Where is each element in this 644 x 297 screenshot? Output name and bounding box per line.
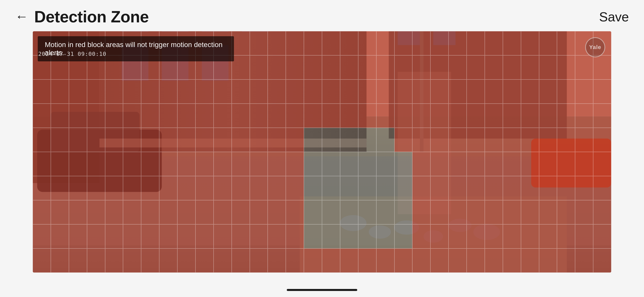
grid-cell[interactable] xyxy=(268,31,286,55)
grid-cell[interactable] xyxy=(51,79,69,104)
grid-cell[interactable] xyxy=(557,104,575,128)
grid-cell[interactable] xyxy=(250,55,268,79)
grid-cell[interactable] xyxy=(539,55,557,79)
grid-cell[interactable] xyxy=(394,248,413,273)
grid-cell[interactable] xyxy=(340,104,358,128)
grid-cell[interactable] xyxy=(430,176,449,200)
grid-cell[interactable] xyxy=(304,31,322,55)
grid-cell[interactable] xyxy=(394,176,413,200)
grid-cell[interactable] xyxy=(593,176,611,200)
grid-cell[interactable] xyxy=(340,200,358,224)
grid-cell[interactable] xyxy=(503,128,521,152)
grid-cell[interactable] xyxy=(69,224,87,248)
grid-cell[interactable] xyxy=(87,128,105,152)
detection-grid[interactable] xyxy=(33,31,611,273)
grid-cell[interactable] xyxy=(593,128,611,152)
grid-cell[interactable] xyxy=(593,79,611,104)
grid-cell[interactable] xyxy=(214,79,232,104)
grid-cell[interactable] xyxy=(503,200,521,224)
grid-cell[interactable] xyxy=(340,152,358,176)
grid-cell[interactable] xyxy=(322,79,340,104)
grid-cell[interactable] xyxy=(376,104,394,128)
grid-cell[interactable] xyxy=(394,200,413,224)
grid-cell[interactable] xyxy=(268,152,286,176)
grid-cell[interactable] xyxy=(322,248,340,273)
grid-cell[interactable] xyxy=(467,200,485,224)
grid-cell[interactable] xyxy=(33,224,51,248)
grid-cell[interactable] xyxy=(214,248,232,273)
grid-cell[interactable] xyxy=(521,104,539,128)
grid-cell[interactable] xyxy=(105,104,123,128)
grid-cell[interactable] xyxy=(105,79,123,104)
grid-cell[interactable] xyxy=(394,79,413,104)
grid-cell[interactable] xyxy=(195,248,214,273)
grid-cell[interactable] xyxy=(250,128,268,152)
grid-cell[interactable] xyxy=(105,128,123,152)
grid-cell[interactable] xyxy=(177,224,195,248)
grid-cell[interactable] xyxy=(593,248,611,273)
grid-cell[interactable] xyxy=(250,79,268,104)
grid-cell[interactable] xyxy=(69,248,87,273)
grid-cell[interactable] xyxy=(430,152,449,176)
grid-cell[interactable] xyxy=(87,224,105,248)
grid-cell[interactable] xyxy=(69,176,87,200)
grid-cell[interactable] xyxy=(412,128,430,152)
grid-cell[interactable] xyxy=(485,104,503,128)
grid-cell[interactable] xyxy=(503,224,521,248)
grid-cell[interactable] xyxy=(503,79,521,104)
grid-cell[interactable] xyxy=(286,31,304,55)
grid-cell[interactable] xyxy=(105,248,123,273)
grid-cell[interactable] xyxy=(195,152,214,176)
grid-cell[interactable] xyxy=(449,128,467,152)
grid-cell[interactable] xyxy=(412,248,430,273)
grid-cell[interactable] xyxy=(141,200,159,224)
grid-cell[interactable] xyxy=(412,200,430,224)
grid-cell[interactable] xyxy=(557,248,575,273)
grid-cell[interactable] xyxy=(521,152,539,176)
grid-cell[interactable] xyxy=(51,128,69,152)
grid-cell[interactable] xyxy=(177,152,195,176)
grid-cell[interactable] xyxy=(105,200,123,224)
grid-cell[interactable] xyxy=(322,128,340,152)
grid-cell[interactable] xyxy=(250,176,268,200)
grid-cell[interactable] xyxy=(467,31,485,55)
grid-cell[interactable] xyxy=(304,104,322,128)
grid-cell[interactable] xyxy=(539,200,557,224)
grid-cell[interactable] xyxy=(358,176,376,200)
grid-cell[interactable] xyxy=(521,31,539,55)
grid-cell[interactable] xyxy=(539,128,557,152)
grid-cell[interactable] xyxy=(430,200,449,224)
grid-cell[interactable] xyxy=(141,79,159,104)
grid-cell[interactable] xyxy=(33,104,51,128)
grid-cell[interactable] xyxy=(467,224,485,248)
grid-cell[interactable] xyxy=(412,104,430,128)
grid-cell[interactable] xyxy=(232,248,250,273)
grid-cell[interactable] xyxy=(340,248,358,273)
grid-cell[interactable] xyxy=(286,200,304,224)
grid-cell[interactable] xyxy=(159,224,177,248)
grid-cell[interactable] xyxy=(340,31,358,55)
grid-cell[interactable] xyxy=(340,55,358,79)
grid-cell[interactable] xyxy=(467,152,485,176)
grid-cell[interactable] xyxy=(304,128,322,152)
grid-cell[interactable] xyxy=(232,104,250,128)
grid-cell[interactable] xyxy=(485,128,503,152)
grid-cell[interactable] xyxy=(521,176,539,200)
grid-cell[interactable] xyxy=(33,248,51,273)
grid-cell[interactable] xyxy=(51,104,69,128)
grid-cell[interactable] xyxy=(485,200,503,224)
grid-cell[interactable] xyxy=(593,152,611,176)
grid-cell[interactable] xyxy=(51,200,69,224)
grid-cell[interactable] xyxy=(250,31,268,55)
grid-cell[interactable] xyxy=(394,55,413,79)
grid-cell[interactable] xyxy=(557,79,575,104)
grid-cell[interactable] xyxy=(33,128,51,152)
grid-cell[interactable] xyxy=(214,152,232,176)
grid-cell[interactable] xyxy=(539,248,557,273)
grid-cell[interactable] xyxy=(449,55,467,79)
grid-cell[interactable] xyxy=(340,176,358,200)
grid-cell[interactable] xyxy=(449,176,467,200)
grid-cell[interactable] xyxy=(376,31,394,55)
grid-cell[interactable] xyxy=(539,152,557,176)
grid-cell[interactable] xyxy=(159,176,177,200)
